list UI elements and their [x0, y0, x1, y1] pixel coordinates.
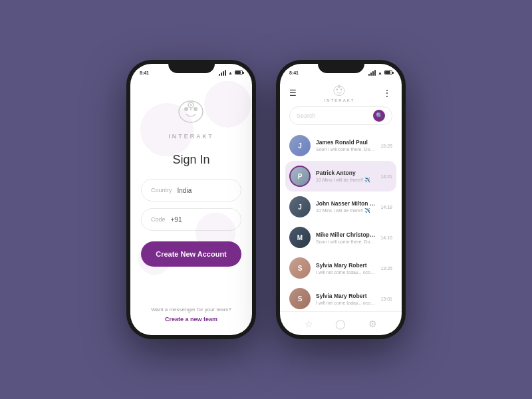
wifi-icon: ▲	[228, 70, 233, 75]
chat-info: John Nasser Milton Raj10 Mins i will be …	[316, 200, 375, 213]
chat-preview: Soon i will come there. Dont worry my de…	[316, 147, 375, 152]
profile-icon[interactable]: ◯	[335, 319, 346, 329]
avatar: J	[289, 196, 311, 217]
chat-name: Patrick Antony	[316, 170, 375, 176]
signal-icon-right	[368, 70, 376, 76]
chat-list: JJames Ronald PaulSoon i will come there…	[280, 130, 402, 311]
favorites-icon[interactable]: ☆	[305, 319, 313, 329]
chat-preview: I will not come today... ocos i am going…	[316, 270, 375, 275]
chat-name: Mike Miller Christopher	[316, 231, 375, 238]
login-content: INTERAKT Sign In Country India Code +91 …	[130, 78, 252, 335]
status-icons-left: ▲	[219, 70, 243, 76]
chat-name: James Ronald Paul	[316, 139, 375, 146]
avatar: J	[289, 135, 311, 156]
chat-info: James Ronald PaulSoon i will come there.…	[316, 139, 375, 152]
left-screen: 8:41 ▲	[130, 64, 252, 335]
battery-icon	[235, 70, 243, 74]
chat-list-item[interactable]: SSylvia Mary RobertI will not come today…	[280, 253, 402, 283]
chat-list-item[interactable]: JJohn Nasser Milton Raj10 Mins i will be…	[280, 192, 402, 222]
chat-preview: Soon i will come there. Dont worry my de…	[316, 239, 375, 244]
svg-point-10	[339, 86, 340, 86]
logo-icon	[174, 96, 207, 129]
chat-time: 13:26	[380, 266, 392, 271]
avatar: S	[289, 288, 311, 309]
avatar: M	[289, 227, 311, 248]
chat-info: Sylvia Mary RobertI will not come today.…	[316, 293, 375, 305]
chat-time: 14:10	[380, 235, 392, 240]
chat-preview: 10 Mins i will be there!! ✈️	[316, 208, 375, 213]
app-name-label: INTERAKT	[325, 98, 355, 102]
notch	[168, 60, 215, 73]
chat-name: Sylvia Mary Robert	[316, 262, 375, 269]
search-placeholder: Search	[297, 112, 369, 119]
chat-time: 14:18	[380, 205, 392, 209]
chat-info: Sylvia Mary RobertI will not come today.…	[316, 262, 375, 275]
chat-info: Mike Miller ChristopherSoon i will come …	[316, 231, 375, 244]
status-time-left: 8:41	[140, 70, 149, 75]
svg-point-1	[184, 107, 188, 111]
search-icon[interactable]: 🔍	[373, 110, 385, 122]
svg-point-7	[336, 88, 338, 90]
settings-icon[interactable]: ⚙	[368, 319, 377, 329]
search-bar[interactable]: Search 🔍	[289, 106, 392, 125]
chat-time: 14:21	[380, 174, 392, 179]
chat-list-item[interactable]: SSylvia Mary RobertI will not come today…	[280, 283, 402, 311]
right-screen: 8:41 ▲ ☰	[280, 64, 402, 335]
chat-list-item[interactable]: PPatrick Antony10 Mins i will be there!!…	[285, 161, 396, 192]
chat-header: ☰ INTERAKT ⋮	[280, 78, 402, 106]
chat-preview: 10 Mins i will be there!! ✈️	[316, 178, 375, 183]
svg-point-2	[194, 107, 198, 111]
notch-right	[318, 60, 364, 73]
wifi-icon-right: ▲	[378, 70, 382, 75]
chat-list-item[interactable]: MMike Miller ChristopherSoon i will come…	[280, 222, 402, 253]
avatar: P	[289, 166, 311, 187]
bottom-nav: ☆ ◯ ⚙	[280, 311, 402, 335]
chat-info: Patrick Antony10 Mins i will be there!! …	[316, 170, 375, 183]
chat-name: Sylvia Mary Robert	[316, 293, 375, 299]
avatar: S	[289, 257, 311, 279]
battery-icon-right	[384, 70, 392, 74]
status-icons-right: ▲	[368, 70, 392, 76]
svg-point-8	[340, 88, 342, 90]
left-phone: 8:41 ▲	[126, 60, 256, 339]
chat-name: John Nasser Milton Raj	[316, 200, 375, 207]
app-logo-small: INTERAKT	[325, 84, 355, 102]
chat-list-item[interactable]: JJames Ronald PaulSoon i will come there…	[280, 130, 402, 161]
more-options-icon[interactable]: ⋮	[382, 88, 392, 98]
chat-preview: I will not come today... ocos i am going…	[316, 301, 375, 305]
hamburger-icon[interactable]: ☰	[289, 88, 297, 98]
svg-point-5	[190, 104, 192, 106]
right-phone: 8:41 ▲ ☰	[276, 60, 406, 339]
chat-time: 15:25	[380, 144, 392, 148]
signal-icon	[219, 70, 226, 76]
chat-time: 13:01	[380, 297, 392, 301]
status-time-right: 8:41	[289, 70, 299, 75]
